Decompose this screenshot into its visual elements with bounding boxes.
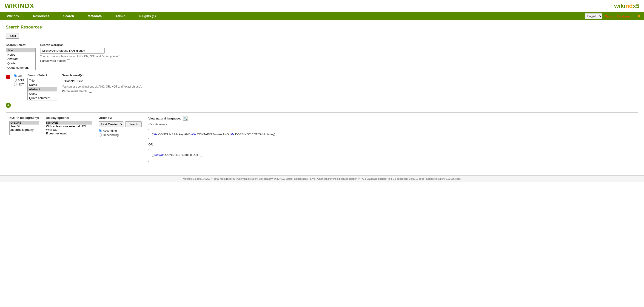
search2-partial-match: Partial word match: xyxy=(62,90,142,93)
nav-right: English Sound Explorer ⓘ ■ xyxy=(585,13,644,19)
search2-partial-checkbox[interactable] xyxy=(89,90,92,92)
rss-icon[interactable]: ■ xyxy=(638,14,640,18)
natural-language-header: View natural language: 🔍 xyxy=(148,116,634,121)
search1-words-label: Search word(s): xyxy=(40,43,120,47)
page-title: Search Resources xyxy=(6,25,638,30)
boolean-and-radio[interactable] xyxy=(14,78,17,82)
logo-wi: wi xyxy=(614,2,620,10)
search2-words-label: Search word(s): xyxy=(62,74,142,77)
not-in-bib-label: NOT in bibliography: xyxy=(10,116,39,120)
app-logo: WIKINDX xyxy=(4,2,34,10)
nav-icons: ⓘ ■ xyxy=(633,13,640,19)
add-search-row: + xyxy=(6,103,638,108)
search-block-2: Search/Select: Title Notes Abstract Quot… xyxy=(27,74,142,100)
search2-field-select[interactable]: Title Notes Abstract Quote Quote comment xyxy=(27,78,57,100)
search1-hint: You can use combinations of: AND, OR, NO… xyxy=(40,55,120,58)
order-by-row: First Creator Search xyxy=(99,121,142,127)
natural-language-label: View natural language: xyxy=(148,117,181,120)
order-by-section: Order by: First Creator Search Ascending… xyxy=(99,116,142,137)
search1-field-select[interactable]: Title Notes Abstract Quote Quote comment xyxy=(6,48,36,70)
wikindx5-logo: wikindx5 xyxy=(614,2,640,10)
boolean-or-label[interactable]: OR xyxy=(14,74,24,78)
results-title-kw2: title xyxy=(192,132,196,136)
header-right: wikindx5 xyxy=(614,2,640,10)
display-options-label: Display options: xyxy=(46,116,92,120)
search1-select-label: Search/Select: xyxy=(6,43,36,47)
search-row-2: − OR AND NOT Search/Select: Title Notes xyxy=(6,74,638,100)
remove-search-button[interactable]: − xyxy=(6,75,10,79)
header: WIKINDX wikindx5 xyxy=(0,0,644,12)
descending-text: Descending xyxy=(103,133,119,137)
magnifier-icon[interactable]: 🔍 xyxy=(183,116,188,121)
search2-select-label: Search/Select: xyxy=(27,74,57,77)
nav-search[interactable]: Search xyxy=(56,12,81,20)
sound-explorer-link[interactable]: Sound Explorer xyxy=(605,14,630,18)
language-select[interactable]: English xyxy=(585,13,602,19)
descending-label[interactable]: Descending xyxy=(99,133,142,137)
display-options-section: Display options: IGNORE With at least on… xyxy=(46,116,92,135)
ascending-radio[interactable] xyxy=(99,129,102,132)
footer: wikindx 5.2.beta 1 ©2017 | Total resourc… xyxy=(0,175,644,182)
search2-select-section: Search/Select: Title Notes Abstract Quot… xyxy=(27,74,57,100)
results-title-kw1: title xyxy=(153,132,158,136)
order-radios: Ascending Descending xyxy=(99,129,142,137)
nav-plugins[interactable]: Plugins (1) xyxy=(132,12,163,20)
help-icon[interactable]: ⓘ xyxy=(633,13,637,19)
nav-bar: Wikindx Resources Search Metadata Admin … xyxy=(0,12,644,20)
nav-resources[interactable]: Resources xyxy=(26,12,56,20)
results-abstract-kw: abstract xyxy=(154,153,164,156)
results-text: Results where ( (title CONTAINS Mickey A… xyxy=(148,122,634,162)
main-content: Search Resources Reset Search/Select: Ti… xyxy=(0,20,644,171)
search1-right: Search word(s): You can use combinations… xyxy=(40,43,120,62)
not-in-bib-select[interactable]: IGNORE User Bib superBibliography xyxy=(10,121,39,135)
natural-language-section: View natural language: 🔍 Results where (… xyxy=(148,116,634,162)
ascending-label[interactable]: Ascending xyxy=(99,129,142,132)
boolean-not-label[interactable]: NOT xyxy=(14,83,24,86)
search2-right: Search word(s): You can use combinations… xyxy=(62,74,142,93)
descending-radio[interactable] xyxy=(99,134,102,136)
ascending-text: Ascending xyxy=(103,129,117,132)
not-in-bib-section: NOT in bibliography: IGNORE User Bib sup… xyxy=(10,116,39,135)
search-button[interactable]: Search xyxy=(125,121,142,127)
logo-nd: nd xyxy=(626,2,633,10)
search1-input[interactable] xyxy=(40,48,104,54)
results-title-kw3: title xyxy=(230,132,234,136)
boolean-not-radio[interactable] xyxy=(14,83,17,86)
results-italic: Results where xyxy=(148,122,167,126)
footer-text: wikindx 5.2.beta 1 ©2017 | Total resourc… xyxy=(184,178,460,180)
order-by-select[interactable]: First Creator xyxy=(99,121,124,127)
nav-wikindx[interactable]: Wikindx xyxy=(0,12,26,20)
boolean-not-text: NOT xyxy=(18,83,24,86)
boolean-radios: OR AND NOT xyxy=(14,74,24,86)
add-search-button[interactable]: + xyxy=(6,103,11,108)
search2-hint: You can use combinations of: AND, OR, NO… xyxy=(62,85,142,88)
nav-metadata[interactable]: Metadata xyxy=(81,12,109,20)
nav-admin[interactable]: Admin xyxy=(109,12,132,20)
search1-partial-match: Partial word match: xyxy=(40,59,120,62)
boolean-and-text: AND xyxy=(18,78,24,82)
reset-button[interactable]: Reset xyxy=(6,33,19,38)
search2-input[interactable] xyxy=(62,78,126,84)
search1-partial-checkbox[interactable] xyxy=(67,59,70,62)
search2-partial-label: Partial word match: xyxy=(62,90,87,93)
boolean-or-radio[interactable] xyxy=(14,74,17,77)
boolean-or-text: OR xyxy=(18,74,22,78)
bottom-section: NOT in bibliography: IGNORE User Bib sup… xyxy=(6,112,638,166)
logo-x5: x5 xyxy=(633,2,640,10)
search1-partial-label: Partial word match: xyxy=(40,59,66,62)
logo-kind: ki xyxy=(620,2,626,10)
display-options-select[interactable]: IGNORE With at least one external URL Wi… xyxy=(46,121,92,135)
boolean-and-label[interactable]: AND xyxy=(14,78,24,82)
order-by-label: Order by: xyxy=(99,116,142,120)
search1-select-section: Search/Select: Title Notes Abstract Quot… xyxy=(6,43,36,70)
search-block-1: Search/Select: Title Notes Abstract Quot… xyxy=(6,43,638,70)
results-paren1: ( xyxy=(148,128,150,131)
